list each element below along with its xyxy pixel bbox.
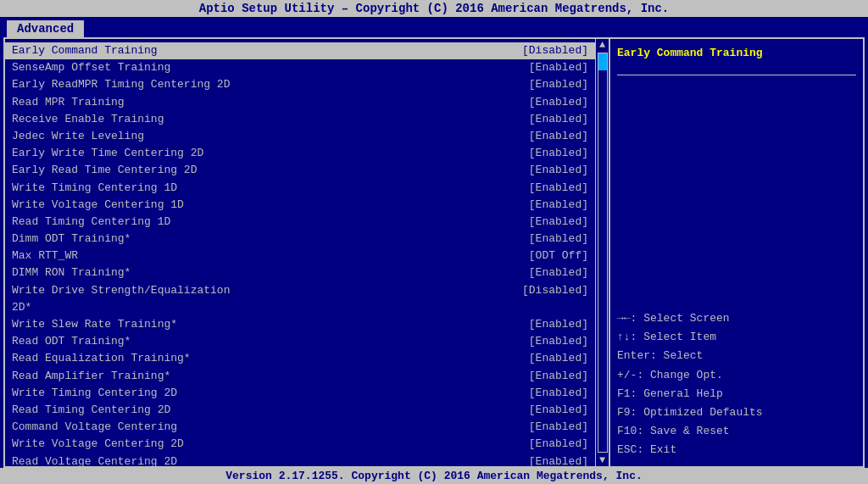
item-value: [Enabled] bbox=[529, 112, 588, 127]
item-value: [Enabled] bbox=[529, 129, 588, 144]
tab-advanced[interactable]: Advanced bbox=[7, 20, 84, 37]
item-value: [Enabled] bbox=[529, 77, 588, 92]
item-value: [Enabled] bbox=[529, 454, 588, 467]
item-name: Receive Enable Training bbox=[12, 112, 164, 127]
key-hint: +/-: Change Opt. bbox=[617, 366, 856, 385]
settings-item[interactable]: Early Write Time Centering 2D[Enabled] bbox=[5, 145, 595, 162]
settings-item[interactable]: Read Timing Centering 1D[Enabled] bbox=[5, 214, 595, 231]
settings-item[interactable]: Write Slew Rate Training*[Enabled] bbox=[5, 316, 595, 333]
item-value: [Enabled] bbox=[529, 231, 588, 247]
item-name: Early Command Training bbox=[12, 43, 158, 58]
key-hint: F1: General Help bbox=[617, 385, 856, 403]
key-hint: →←: Select Screen bbox=[617, 309, 856, 328]
scroll-thumb[interactable] bbox=[598, 53, 607, 70]
footer: Version 2.17.1255. Copyright (C) 2016 Am… bbox=[0, 468, 868, 484]
item-value: [ODT Off] bbox=[529, 248, 588, 264]
settings-item[interactable]: Max RTT_WR[ODT Off] bbox=[5, 248, 595, 264]
scroll-up-arrow[interactable]: ▲ bbox=[596, 39, 609, 51]
settings-item[interactable]: Read Equalization Training*[Enabled] bbox=[5, 350, 595, 367]
item-value: [Enabled] bbox=[529, 420, 588, 435]
settings-item[interactable]: Write Drive Strength/Equalization[Disabl… bbox=[5, 282, 595, 299]
settings-item[interactable]: Early Command Training[Disabled] bbox=[5, 42, 595, 59]
title-bar: Aptio Setup Utility – Copyright (C) 2016… bbox=[0, 0, 868, 17]
item-value: [Enabled] bbox=[529, 146, 588, 161]
info-title: Early Command Training bbox=[617, 46, 856, 61]
settings-panel: Early Command Training[Disabled]SenseAmp… bbox=[5, 39, 595, 466]
item-value: [Enabled] bbox=[529, 265, 588, 281]
item-name: 2D* bbox=[12, 300, 31, 315]
item-name: Command Voltage Centering bbox=[12, 420, 177, 435]
item-value: [Enabled] bbox=[529, 369, 588, 384]
item-value: [Enabled] bbox=[529, 334, 588, 349]
item-value: [Disabled] bbox=[522, 283, 588, 298]
settings-list: Early Command Training[Disabled]SenseAmp… bbox=[5, 42, 595, 466]
info-keys: →←: Select Screen↑↓: Select ItemEnter: S… bbox=[617, 309, 856, 459]
item-name: Max RTT_WR bbox=[12, 248, 78, 264]
key-hint: ↑↓: Select Item bbox=[617, 328, 856, 347]
scrollbar[interactable]: ▲ ▼ bbox=[595, 39, 609, 466]
item-name: Dimm ODT Training* bbox=[12, 231, 131, 247]
settings-item[interactable]: Write Voltage Centering 2D[Enabled] bbox=[5, 436, 595, 453]
settings-item[interactable]: Write Timing Centering 1D[Enabled] bbox=[5, 180, 595, 197]
item-name: DIMM RON Training* bbox=[12, 265, 131, 281]
item-name: Read MPR Training bbox=[12, 95, 125, 110]
item-value: [Enabled] bbox=[529, 403, 588, 418]
settings-item[interactable]: Read Voltage Centering 2D[Enabled] bbox=[5, 453, 595, 467]
item-value: [Enabled] bbox=[529, 197, 588, 213]
main-content: Early Command Training[Disabled]SenseAmp… bbox=[3, 37, 865, 468]
item-name: Write Timing Centering 1D bbox=[12, 181, 177, 196]
item-name: Read Amplifier Training* bbox=[12, 369, 170, 384]
settings-item[interactable]: SenseAmp Offset Training[Enabled] bbox=[5, 59, 595, 76]
item-name: Jedec Write Leveling bbox=[12, 129, 144, 144]
item-value: [Disabled] bbox=[522, 43, 588, 58]
settings-item[interactable]: Jedec Write Leveling[Enabled] bbox=[5, 128, 595, 145]
tab-row: Advanced bbox=[0, 17, 868, 37]
scroll-track[interactable] bbox=[598, 53, 608, 453]
item-name: Read ODT Training* bbox=[12, 334, 131, 349]
item-name: Early Read Time Centering 2D bbox=[12, 163, 197, 178]
key-hint: Enter: Select bbox=[617, 347, 856, 365]
item-name: Read Timing Centering 2D bbox=[12, 403, 170, 418]
settings-item[interactable]: Read MPR Training[Enabled] bbox=[5, 94, 595, 111]
info-divider bbox=[617, 75, 856, 75]
settings-item[interactable]: Early Read Time Centering 2D[Enabled] bbox=[5, 162, 595, 179]
item-name: Read Timing Centering 1D bbox=[12, 214, 170, 230]
item-name: Read Voltage Centering 2D bbox=[12, 454, 177, 467]
settings-item[interactable]: 2D* bbox=[5, 299, 595, 316]
settings-item[interactable]: DIMM RON Training*[Enabled] bbox=[5, 264, 595, 281]
key-hint: F10: Save & Reset bbox=[617, 422, 856, 441]
item-value: [Enabled] bbox=[529, 95, 588, 110]
item-name: Write Voltage Centering 1D bbox=[12, 197, 184, 213]
item-name: SenseAmp Offset Training bbox=[12, 60, 170, 75]
item-value: [Enabled] bbox=[529, 351, 588, 366]
item-name: Read Equalization Training* bbox=[12, 351, 191, 366]
settings-item[interactable]: Read Timing Centering 2D[Enabled] bbox=[5, 402, 595, 419]
scroll-down-arrow[interactable]: ▼ bbox=[596, 454, 609, 466]
item-value: [Enabled] bbox=[529, 437, 588, 452]
settings-item[interactable]: Receive Enable Training[Enabled] bbox=[5, 111, 595, 128]
key-hint: ESC: Exit bbox=[617, 441, 856, 459]
settings-item[interactable]: Read ODT Training*[Enabled] bbox=[5, 333, 595, 350]
settings-item[interactable]: Read Amplifier Training*[Enabled] bbox=[5, 368, 595, 385]
settings-item[interactable]: Command Voltage Centering[Enabled] bbox=[5, 419, 595, 436]
item-value: [Enabled] bbox=[529, 60, 588, 75]
item-name: Early Write Time Centering 2D bbox=[12, 146, 203, 161]
item-value: [Enabled] bbox=[529, 163, 588, 178]
item-value: [Enabled] bbox=[529, 214, 588, 230]
item-name: Write Voltage Centering 2D bbox=[12, 437, 184, 452]
item-name: Write Slew Rate Training* bbox=[12, 317, 177, 332]
info-panel: Early Command Training →←: Select Screen… bbox=[609, 39, 863, 466]
item-name: Early ReadMPR Timing Centering 2D bbox=[12, 77, 230, 92]
key-hint: F9: Optimized Defaults bbox=[617, 403, 856, 422]
item-value: [Enabled] bbox=[529, 317, 588, 332]
item-name: Write Timing Centering 2D bbox=[12, 386, 177, 401]
settings-item[interactable]: Dimm ODT Training*[Enabled] bbox=[5, 231, 595, 248]
item-value: [Enabled] bbox=[529, 181, 588, 196]
item-name: Write Drive Strength/Equalization bbox=[12, 283, 230, 298]
settings-item[interactable]: Early ReadMPR Timing Centering 2D[Enable… bbox=[5, 76, 595, 93]
item-value: [Enabled] bbox=[529, 386, 588, 401]
settings-item[interactable]: Write Voltage Centering 1D[Enabled] bbox=[5, 197, 595, 214]
settings-item[interactable]: Write Timing Centering 2D[Enabled] bbox=[5, 385, 595, 402]
